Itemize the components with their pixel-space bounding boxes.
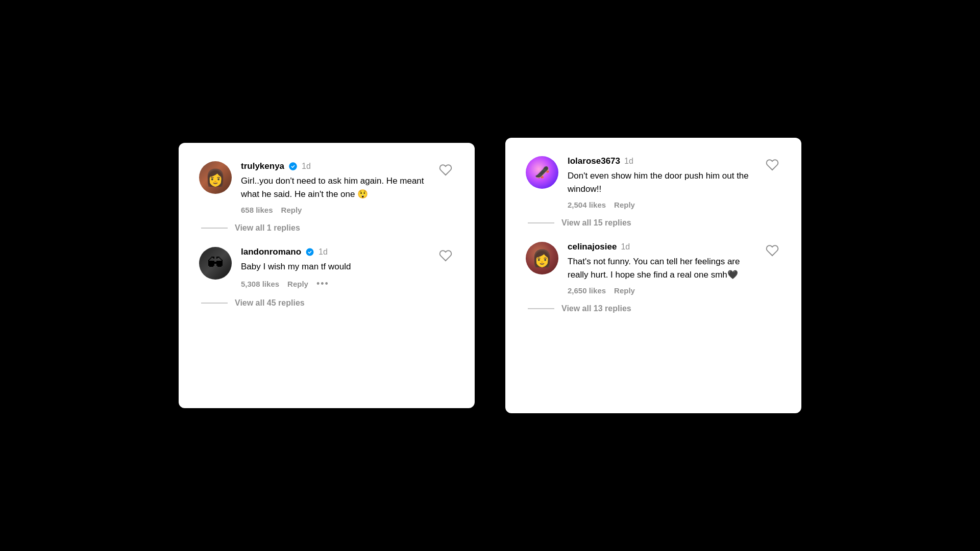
comment-1: 👩 trulykenya 1d Girl..you don't need to … [199,161,454,247]
timestamp-2: 1d [318,247,328,257]
svg-point-0 [289,163,297,170]
avatar-lolarose [526,156,558,189]
reply-line-4 [528,308,554,309]
comment-text-2: Baby I wish my man tf would [241,260,454,273]
heart-icon-1 [439,163,452,177]
reply-button-3[interactable]: Reply [614,201,635,209]
username-lolarose: lolarose3673 [568,156,620,166]
heart-button-3[interactable] [764,156,781,175]
username-landonromano: landonromano [241,247,301,257]
comment-text-4: That's not funny. You can tell her feeli… [568,255,781,281]
view-replies-text-3: View all 15 replies [561,218,631,228]
reply-button-1[interactable]: Reply [281,206,302,214]
avatar-celinajosiee: 👩 [526,242,558,274]
reply-line-3 [528,222,554,223]
comment-4-body: celinajosiee 1d That's not funny. You ca… [568,242,781,295]
comment-3-body: lolarose3673 1d Don't even show him the … [568,156,781,209]
heart-icon-3 [766,158,779,171]
right-panel: lolarose3673 1d Don't even show him the … [505,138,801,413]
timestamp-3: 1d [624,157,633,166]
username-celinajosiee: celinajosiee [568,242,617,252]
comment-2-body: landonromano 1d Baby I wish my man tf wo… [241,247,454,289]
likes-count-2: 5,308 likes [241,280,279,288]
heart-button-2[interactable] [437,247,454,266]
reply-line-1 [201,228,228,229]
likes-count-1: 658 likes [241,206,273,214]
comment-2: 🕶 landonromano 1d Baby I wish my man tf … [199,247,454,322]
left-panel: 👩 trulykenya 1d Girl..you don't need to … [179,143,475,408]
username-trulykenya: trulykenya [241,161,284,171]
timestamp-1: 1d [302,162,311,171]
timestamp-4: 1d [621,242,630,252]
verified-icon-2 [305,247,314,257]
avatar-landonromano: 🕶 [199,247,232,280]
comment-4: 👩 celinajosiee 1d That's not funny. You … [526,242,781,328]
svg-point-1 [306,248,314,256]
comment-1-body: trulykenya 1d Girl..you don't need to as… [241,161,454,214]
comment-3: lolarose3673 1d Don't even show him the … [526,156,781,242]
avatar-trulykenya: 👩 [199,161,232,194]
reply-button-4[interactable]: Reply [614,286,635,295]
view-replies-button-3[interactable]: View all 15 replies [526,218,781,228]
more-button-2[interactable]: ••• [316,279,329,289]
view-replies-text-2: View all 45 replies [235,298,305,308]
reply-line-2 [201,303,228,304]
comment-text-1: Girl..you don't need to ask him again. H… [241,174,454,201]
view-replies-button-1[interactable]: View all 1 replies [199,223,454,233]
view-replies-text-4: View all 13 replies [561,304,631,313]
likes-count-4: 2,650 likes [568,286,606,295]
comment-text-3: Don't even show him the door push him ou… [568,169,781,195]
verified-icon-1 [288,162,298,171]
view-replies-button-4[interactable]: View all 13 replies [526,304,781,313]
reply-button-2[interactable]: Reply [287,280,308,288]
view-replies-button-2[interactable]: View all 45 replies [199,298,454,308]
view-replies-text-1: View all 1 replies [235,223,300,233]
heart-button-1[interactable] [437,161,454,180]
heart-icon-2 [439,249,452,262]
heart-icon-4 [766,244,779,257]
likes-count-3: 2,504 likes [568,201,606,209]
heart-button-4[interactable] [764,242,781,261]
